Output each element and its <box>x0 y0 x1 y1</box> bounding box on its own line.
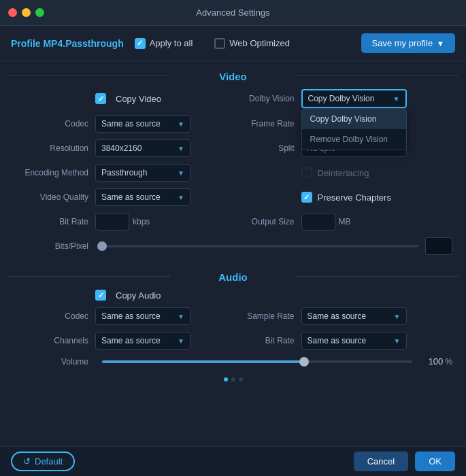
web-optimized-label: Web Optimized <box>229 38 290 48</box>
ok-label: OK <box>429 456 442 466</box>
encoding-deinterlacing-row: Encoding Method Passthrough ▼ Deinterlac… <box>14 164 452 182</box>
video-section: Copy Video Dolby Vision Copy Dolby Visio… <box>0 89 466 255</box>
resolution-label: Resolution <box>14 143 88 153</box>
maximize-button[interactable] <box>35 8 44 17</box>
dolby-vision-select[interactable]: Copy Dolby Vision ▼ <box>301 89 407 108</box>
bitrate-label: Bit Rate <box>14 217 88 226</box>
web-optimized-container[interactable]: Web Optimized <box>214 38 290 49</box>
bitrate-outputsize-row: Bit Rate kbps Output Size MB <box>14 213 452 231</box>
volume-value: 100 <box>419 356 443 367</box>
web-optimized-checkbox[interactable] <box>214 38 225 49</box>
preserve-chapters-checkbox[interactable] <box>301 192 312 203</box>
volume-track[interactable] <box>102 360 412 363</box>
output-size-unit: MB <box>339 217 351 226</box>
profile-label: Profile MP4.Passthrough <box>11 38 124 49</box>
quality-label: Video Quality <box>14 192 88 202</box>
apply-all-container[interactable]: Apply to all <box>135 38 193 49</box>
deinterlacing-label: Deinterlacing <box>318 168 369 178</box>
codec-arrow: ▼ <box>178 120 184 128</box>
bits-pixel-row: Bits/Pixel <box>14 237 452 255</box>
copy-audio-row: Copy Audio <box>14 290 452 301</box>
bits-pixel-end-box <box>425 237 452 255</box>
bottom-bar: ↺ Default Cancel OK <box>0 446 466 476</box>
bitrate-unit: kbps <box>133 217 150 226</box>
audio-codec-arrow: ▼ <box>178 313 184 320</box>
encoding-arrow: ▼ <box>178 169 184 177</box>
dot-3[interactable] <box>239 377 243 381</box>
copy-audio-checkbox[interactable] <box>95 290 106 301</box>
audio-bitrate-arrow: ▼ <box>394 337 401 345</box>
close-button[interactable] <box>8 8 17 17</box>
save-profile-label: Save my profile <box>372 38 433 48</box>
split-label: Split <box>233 143 295 153</box>
dolby-vision-value: Copy Dolby Vision <box>308 94 375 103</box>
dolby-option-remove[interactable]: Remove Dolby Vision <box>302 129 406 150</box>
codec-value: Same as source <box>101 119 161 129</box>
bits-pixel-track[interactable] <box>102 245 418 248</box>
volume-label: Volume <box>14 357 88 367</box>
frame-rate-label: Frame Rate <box>233 119 295 129</box>
cancel-label: Cancel <box>367 456 395 466</box>
resolution-select[interactable]: 3840x2160 ▼ <box>95 139 190 157</box>
cancel-button[interactable]: Cancel <box>354 452 408 471</box>
dolby-vision-label: Dolby Vision <box>233 94 295 103</box>
audio-codec-select[interactable]: Same as source ▼ <box>95 307 190 325</box>
main-content: Video Copy Video Dolby Vision Copy Dolby… <box>0 61 466 446</box>
channels-select[interactable]: Same as source ▼ <box>95 332 190 350</box>
ok-button[interactable]: OK <box>415 452 455 471</box>
copy-audio-checkbox-container[interactable]: Copy Audio <box>95 290 161 301</box>
deinterlacing-checkbox[interactable] <box>301 167 312 178</box>
default-label: Default <box>35 456 63 466</box>
dot-2[interactable] <box>231 377 235 381</box>
deinterlacing-container: Deinterlacing <box>301 167 369 178</box>
dot-1[interactable] <box>224 377 228 381</box>
audio-codec-value: Same as source <box>101 311 161 321</box>
default-button[interactable]: ↺ Default <box>11 452 75 471</box>
copy-video-checkbox-container[interactable]: Copy Video <box>95 93 161 104</box>
copy-video-checkbox[interactable] <box>95 93 106 104</box>
apply-all-label: Apply to all <box>150 38 193 48</box>
page-dots <box>0 373 466 386</box>
bits-pixel-label: Bits/Pixel <box>14 241 88 251</box>
dolby-dropdown-arrow: ▼ <box>393 95 400 103</box>
quality-select[interactable]: Same as source ▼ <box>95 188 190 206</box>
audio-bitrate-label: Bit Rate <box>233 336 295 345</box>
codec-label: Codec <box>14 119 88 129</box>
preserve-chapters-label: Preserve Chapters <box>318 192 391 203</box>
default-icon: ↺ <box>23 456 31 466</box>
sample-rate-select[interactable]: Same as source ▼ <box>301 307 407 325</box>
bitrate-input[interactable] <box>95 213 129 231</box>
volume-thumb[interactable] <box>299 357 309 367</box>
title-bar: Advanced Settings <box>0 0 466 26</box>
copy-audio-label: Copy Audio <box>116 290 161 301</box>
audio-bitrate-select[interactable]: Same as source ▼ <box>301 332 407 350</box>
save-dropdown-arrow: ▼ <box>437 39 444 48</box>
channels-arrow: ▼ <box>178 337 184 345</box>
apply-all-checkbox[interactable] <box>135 38 146 49</box>
audio-bitrate-value: Same as source <box>307 336 367 345</box>
save-profile-button[interactable]: Save my profile ▼ <box>361 33 455 53</box>
volume-pct: % <box>445 357 452 367</box>
minimize-button[interactable] <box>22 8 31 17</box>
encoding-select[interactable]: Passthrough ▼ <box>95 164 190 182</box>
codec-select[interactable]: Same as source ▼ <box>95 115 190 133</box>
output-size-input[interactable] <box>301 213 335 231</box>
output-size-label: Output Size <box>233 217 295 226</box>
sample-rate-arrow: ▼ <box>394 313 401 320</box>
quality-arrow: ▼ <box>178 194 184 201</box>
audio-codec-label: Codec <box>14 311 88 321</box>
copy-video-row: Copy Video Dolby Vision Copy Dolby Visio… <box>14 89 452 108</box>
dolby-vision-dropdown: Copy Dolby Vision Remove Dolby Vision <box>301 108 407 150</box>
audio-section: Copy Audio Codec Same as source ▼ Sample… <box>0 290 466 367</box>
channels-label: Channels <box>14 336 88 345</box>
dolby-option-copy[interactable]: Copy Dolby Vision <box>302 109 406 129</box>
sample-rate-label: Sample Rate <box>233 311 295 321</box>
dolby-vision-container: Copy Dolby Vision ▼ Copy Dolby Vision Re… <box>301 89 407 108</box>
preserve-chapters-container[interactable]: Preserve Chapters <box>301 192 391 203</box>
traffic-lights <box>8 8 44 17</box>
copy-video-label: Copy Video <box>116 94 161 104</box>
channels-value: Same as source <box>101 336 161 345</box>
bits-pixel-thumb[interactable] <box>97 241 107 251</box>
channels-bitrate-row: Channels Same as source ▼ Bit Rate Same … <box>14 332 452 350</box>
window-title: Advanced Settings <box>196 7 269 18</box>
